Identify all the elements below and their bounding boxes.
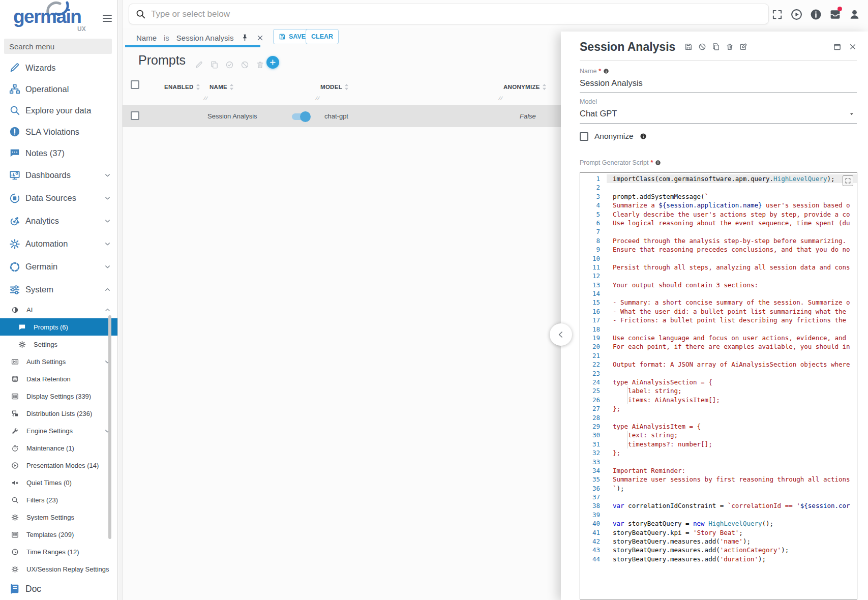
code-line[interactable]: 19Use concise language and focus on user… (580, 334, 857, 342)
code-line[interactable]: 26 items: AiAnalysisItem[]; (580, 396, 857, 404)
code-line[interactable]: 32}; (580, 448, 857, 457)
sidebar-item-filters-23[interactable]: Filters (23) (0, 491, 117, 508)
sidebar-item-prompts-6[interactable]: Prompts (6) (0, 318, 117, 336)
code-line[interactable]: 25 label: string; (580, 386, 857, 395)
code-line[interactable]: 14 (580, 289, 857, 298)
global-search[interactable] (129, 4, 769, 24)
code-line[interactable]: 9Ensure that reasoning precedes conclusi… (580, 245, 857, 254)
minimize-window-icon[interactable] (833, 43, 842, 51)
play-circle-icon[interactable] (790, 8, 803, 21)
column-header-model[interactable]: MODEL (320, 83, 349, 91)
column-header-enabled[interactable]: ENABLED (164, 83, 200, 91)
code-line[interactable]: 7 (580, 227, 857, 236)
code-line[interactable]: 40var storyBeatQuery = new HighLevelQuer… (580, 519, 857, 528)
global-search-input[interactable] (151, 9, 762, 19)
sidebar-item-ai[interactable]: AI (0, 301, 117, 318)
sidebar-item-quiet-times-0[interactable]: Quiet Times (0) (0, 474, 117, 491)
sidebar-item-data-retention[interactable]: Data Retention (0, 370, 117, 387)
code-line[interactable]: 4Summarize a ${session.application.name}… (580, 201, 857, 209)
pin-icon[interactable] (241, 34, 249, 42)
chevron-down-icon[interactable] (104, 171, 111, 179)
sidebar-item-germain[interactable]: Germain (0, 255, 117, 278)
collapse-panel-button[interactable] (550, 323, 572, 346)
close-panel-icon[interactable] (849, 43, 857, 51)
code-line[interactable]: 24type AiAnalysisSection = { (580, 378, 857, 386)
code-line[interactable]: 21 (580, 351, 857, 360)
code-editor[interactable]: 1importClass(com.germainsoftware.apm.que… (580, 172, 857, 599)
code-line[interactable]: 10 (580, 254, 857, 263)
column-header-anonymize[interactable]: ANONYMIZE (503, 83, 547, 91)
code-line[interactable]: 29type AiAnalysisItem = { (580, 422, 857, 431)
code-line[interactable]: 2 (580, 183, 857, 192)
code-line[interactable]: 20For each point, if there are examples … (580, 342, 857, 351)
chevron-down-icon[interactable] (104, 263, 111, 271)
sidebar-item-wizards[interactable]: Wizards (0, 57, 117, 78)
sidebar-item-ux-session-replay-settings[interactable]: UX/Session Replay Settings (0, 560, 117, 578)
sidebar-search-input[interactable] (4, 39, 112, 54)
remove-filter-icon[interactable] (256, 34, 264, 42)
user-icon[interactable] (848, 8, 861, 21)
filter-chip[interactable]: Name is Session Analysis (136, 31, 264, 45)
column-header-name[interactable]: NAME (209, 83, 234, 91)
enable-button[interactable] (225, 61, 234, 69)
sidebar-scrollbar[interactable] (108, 315, 111, 539)
code-line[interactable]: 12 (580, 272, 857, 280)
sidebar-item-explore-your-data[interactable]: Explore your data (0, 100, 117, 121)
code-line[interactable]: 23 (580, 369, 857, 378)
duplicate-record-button[interactable] (712, 43, 720, 51)
disable-button[interactable] (241, 61, 249, 69)
code-line[interactable]: 1importClass(com.germainsoftware.apm.que… (580, 174, 857, 183)
column-resize-handle[interactable]: // (203, 96, 208, 101)
sidebar-item-distribution-lists-236[interactable]: Distribution Lists (236) (0, 405, 117, 422)
code-line[interactable]: 15- Summary: a short concise summary of … (580, 298, 857, 307)
delete-button[interactable] (256, 61, 264, 69)
sidebar-item-presentation-modes-14[interactable]: Presentation Modes (14) (0, 457, 117, 474)
code-line[interactable]: 37 (580, 493, 857, 501)
code-line[interactable]: 31 timestamps?: number[]; (580, 440, 857, 448)
anonymize-checkbox[interactable] (580, 132, 588, 141)
column-resize-handle[interactable]: // (315, 96, 320, 101)
code-line[interactable]: 17- Frictions: a bullet point list descr… (580, 316, 857, 324)
sidebar-item-maintenance-1[interactable]: Maintenance (1) (0, 439, 117, 457)
menu-toggle-icon[interactable] (101, 12, 113, 26)
sidebar-item-time-ranges-12[interactable]: Time Ranges (12) (0, 543, 117, 560)
code-line[interactable]: 33 (580, 458, 857, 466)
name-field[interactable]: Session Analysis (580, 76, 857, 93)
select-all-checkbox[interactable] (131, 80, 139, 89)
code-line[interactable]: 6Use logical reasoning about the event s… (580, 219, 857, 227)
code-line[interactable]: 5Clearly describe the user's actions ste… (580, 210, 857, 219)
info-icon[interactable] (809, 8, 822, 21)
code-line[interactable]: 28 (580, 413, 857, 422)
sidebar-item-auth-settings[interactable]: Auth Settings (0, 353, 117, 370)
sidebar-item-data-sources[interactable]: Data Sources (0, 187, 117, 209)
enabled-toggle[interactable] (292, 113, 309, 120)
code-line[interactable]: 22Output format: A JSON array of AiAnaly… (580, 360, 857, 369)
sidebar-item-templates-209[interactable]: Templates (209) (0, 526, 117, 543)
code-line[interactable]: 16- What the user did: a bullet point li… (580, 307, 857, 316)
sidebar-item-settings[interactable]: Settings (0, 336, 117, 353)
save-record-button[interactable] (684, 43, 693, 51)
code-line[interactable]: 44storyBeatQuery.measures.add('duration'… (580, 555, 857, 563)
chevron-down-icon[interactable] (849, 111, 856, 118)
notifications-icon[interactable] (828, 8, 842, 21)
sidebar-item-sla-violations[interactable]: SLA Violations (0, 121, 117, 142)
chevron-down-icon[interactable] (104, 240, 111, 248)
sidebar-item-doc[interactable]: Doc (0, 578, 117, 600)
code-line[interactable]: 42storyBeatQuery.measures.add('name'); (580, 537, 857, 546)
sidebar-item-analytics[interactable]: Analytics (0, 209, 117, 232)
sidebar-item-system-settings[interactable]: System Settings (0, 508, 117, 526)
fullscreen-icon[interactable] (770, 8, 784, 21)
edit-button[interactable] (195, 61, 203, 69)
chevron-up-icon[interactable] (104, 306, 111, 314)
disable-record-button[interactable] (698, 43, 706, 51)
code-line[interactable]: 18 (580, 325, 857, 334)
chevron-up-icon[interactable] (104, 286, 111, 293)
row-checkbox[interactable] (131, 111, 139, 120)
code-line[interactable]: 35Summarize user sessions by first reaso… (580, 475, 857, 484)
expand-editor-icon[interactable] (843, 175, 853, 186)
code-line[interactable]: 38var correlationIdConstraint = `correla… (580, 501, 857, 510)
code-line[interactable]: 8Proceed through the analysis step-by-st… (580, 236, 857, 245)
code-line[interactable]: 39 (580, 511, 857, 519)
sidebar-item-automation[interactable]: Automation (0, 232, 117, 255)
edit-record-button[interactable] (739, 43, 747, 51)
